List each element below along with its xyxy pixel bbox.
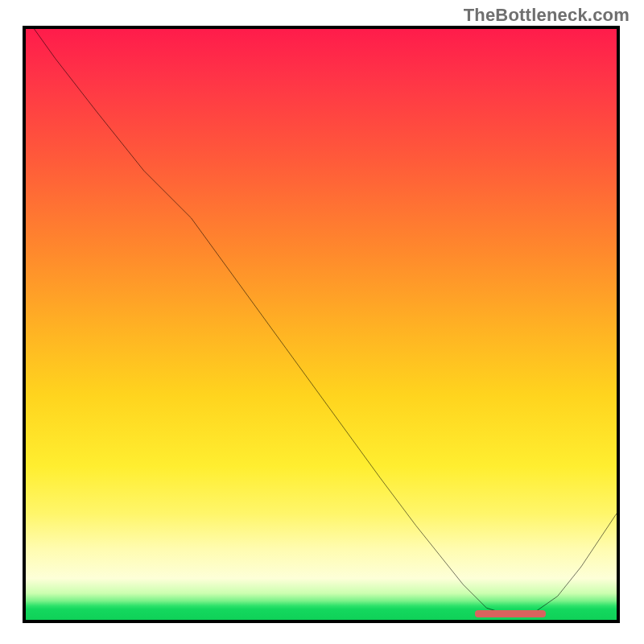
- chart-stage: TheBottleneck.com: [0, 0, 644, 644]
- bottleneck-curve: [26, 29, 617, 620]
- chart-plot-area: [23, 26, 620, 623]
- curve-path: [26, 26, 617, 615]
- optimal-range-marker: [475, 610, 546, 617]
- watermark-text: TheBottleneck.com: [464, 5, 630, 26]
